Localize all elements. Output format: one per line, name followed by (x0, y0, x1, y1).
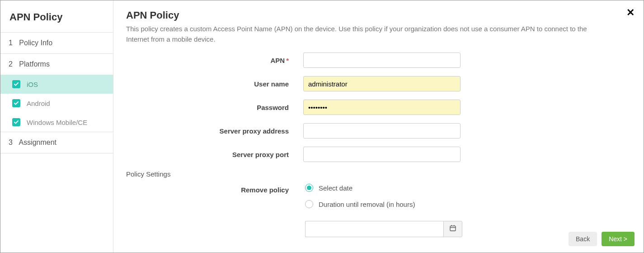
sidebar: APN Policy 1 Policy Info 2 Platforms iOS… (0, 0, 113, 253)
platform-label: iOS (27, 81, 38, 88)
proxy-address-label: Server proxy address (126, 127, 303, 135)
step-number: 3 (9, 138, 13, 146)
remove-policy-label: Remove policy (126, 186, 303, 194)
platform-label: Windows Mobile/CE (27, 119, 87, 126)
date-input[interactable] (305, 221, 443, 237)
platform-item-windows[interactable]: Windows Mobile/CE (0, 113, 113, 132)
apn-label: APN* (126, 57, 303, 64)
step-number: 2 (9, 60, 13, 68)
platform-label: Android (27, 100, 50, 107)
footer: Back Next > (569, 232, 635, 246)
username-label: User name (126, 80, 303, 88)
password-input[interactable] (303, 100, 461, 115)
calendar-icon (449, 224, 456, 234)
proxy-address-input[interactable] (303, 123, 461, 138)
svg-rect-0 (450, 226, 456, 231)
page-description: This policy creates a custom Access Poin… (126, 24, 605, 44)
step-label: Platforms (19, 60, 50, 68)
password-label: Password (126, 104, 303, 111)
radio-duration[interactable] (305, 200, 313, 208)
radio-select-date[interactable] (305, 184, 313, 192)
platform-item-ios[interactable]: iOS (0, 75, 113, 94)
page-title: APN Policy (126, 10, 631, 21)
step-label: Assignment (19, 138, 56, 146)
checkbox-icon (12, 80, 20, 88)
sidebar-title: APN Policy (0, 0, 113, 32)
step-assignment[interactable]: 3 Assignment (0, 132, 113, 153)
checkbox-icon (12, 118, 20, 126)
calendar-button[interactable] (443, 221, 462, 237)
platform-item-android[interactable]: Android (0, 94, 113, 113)
back-button[interactable]: Back (569, 232, 597, 246)
main-panel: ✕ APN Policy This policy creates a custo… (113, 0, 644, 253)
apn-input[interactable] (303, 53, 461, 68)
radio-duration-label: Duration until removal (in hours) (319, 200, 415, 208)
close-icon[interactable]: ✕ (626, 8, 635, 18)
policy-settings-heading: Policy Settings (126, 170, 631, 178)
next-button[interactable]: Next > (602, 232, 635, 246)
proxy-port-input[interactable] (303, 147, 461, 162)
step-label: Policy Info (19, 39, 52, 47)
radio-select-date-label: Select date (319, 184, 353, 192)
step-platforms[interactable]: 2 Platforms (0, 53, 113, 75)
step-policy-info[interactable]: 1 Policy Info (0, 32, 113, 53)
step-number: 1 (9, 39, 13, 47)
checkbox-icon (12, 99, 20, 107)
proxy-port-label: Server proxy port (126, 151, 303, 158)
username-input[interactable] (303, 76, 461, 91)
